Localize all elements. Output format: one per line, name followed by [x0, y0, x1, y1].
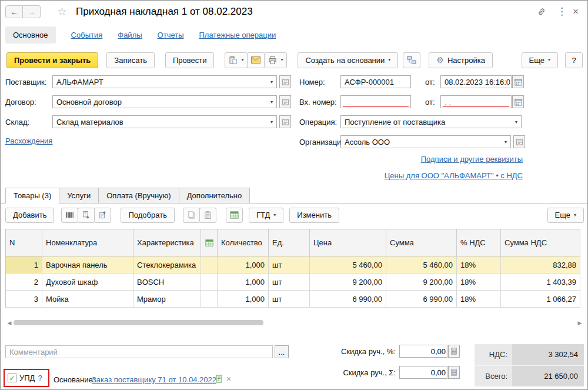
- cell-characteristic[interactable]: Мрамор: [133, 291, 201, 308]
- back-button[interactable]: ←: [5, 5, 23, 18]
- basis-doc-icon[interactable]: [215, 375, 223, 383]
- date-calendar-button[interactable]: [512, 75, 524, 88]
- dropdown-icon[interactable]: ▾: [513, 119, 520, 125]
- barcode-scanner-button[interactable]: [61, 208, 78, 223]
- tab-services[interactable]: Услуги: [59, 188, 99, 204]
- cell-nomenclature[interactable]: Варочная панель: [42, 256, 133, 274]
- cell-content[interactable]: [201, 256, 218, 274]
- discount-percent-calculator-button[interactable]: [448, 345, 460, 358]
- supplier-field[interactable]: АЛЬФАМАРТ ▾: [52, 75, 277, 88]
- cell-vat-percent[interactable]: 18%: [457, 256, 501, 274]
- clear-basis-icon[interactable]: ×: [226, 375, 231, 383]
- cell-nomenclature[interactable]: Духовой шкаф: [42, 274, 133, 291]
- discrepancies-link[interactable]: Расхождения: [5, 136, 52, 145]
- cell-unit[interactable]: шт: [269, 274, 310, 291]
- tab-payment[interactable]: Оплата (Вручную): [98, 188, 179, 204]
- create-on-base-button[interactable]: Создать на основании ▾: [298, 52, 398, 68]
- col-header-content-icon[interactable]: [201, 229, 218, 256]
- organization-field[interactable]: Ассоль ООО ▾: [340, 135, 511, 148]
- cell-quantity[interactable]: 1,000: [218, 256, 269, 274]
- discount-sum-input[interactable]: [403, 366, 446, 378]
- table-row[interactable]: 2 Духовой шкаф BOSCH 1,000 шт 9 200,00 9…: [6, 274, 580, 291]
- favorite-star-icon[interactable]: ☆: [57, 5, 67, 18]
- discount-percent-field[interactable]: [399, 345, 447, 358]
- write-button[interactable]: Записать: [106, 52, 155, 68]
- cell-quantity[interactable]: 1,000: [218, 274, 269, 291]
- cell-sum[interactable]: 9 200,00: [386, 274, 457, 291]
- warehouse-field[interactable]: Склад материалов ▾: [52, 115, 277, 128]
- cell-n[interactable]: 1: [6, 256, 42, 274]
- table-settings-button[interactable]: [226, 208, 243, 223]
- tab-additional[interactable]: Дополнительно: [179, 188, 250, 204]
- cell-vat-sum[interactable]: 1 066,27: [501, 291, 580, 308]
- cell-characteristic[interactable]: BOSCH: [133, 274, 201, 291]
- col-header-nomenclature[interactable]: Номенклатура: [42, 229, 133, 256]
- warehouse-open-button[interactable]: [279, 115, 291, 128]
- cell-n[interactable]: 3: [6, 291, 42, 308]
- col-header-vat-percent[interactable]: % НДС: [457, 229, 501, 256]
- cell-quantity[interactable]: 1,000: [218, 291, 269, 308]
- scrollbar-thumb[interactable]: [14, 320, 263, 325]
- nav-tab-payments[interactable]: Платежные операции: [199, 31, 276, 39]
- comment-input[interactable]: [5, 345, 273, 358]
- cell-vat-sum[interactable]: 832,88: [501, 256, 580, 274]
- cell-vat-percent[interactable]: 18%: [457, 291, 501, 308]
- cell-characteristic[interactable]: Стеклокерамика: [133, 256, 201, 274]
- post-button[interactable]: Провести: [165, 52, 215, 68]
- get-link-icon[interactable]: [537, 7, 546, 16]
- incoming-number-field[interactable]: [340, 95, 411, 108]
- horizontal-scrollbar[interactable]: ◀ ▶: [5, 318, 584, 327]
- load-from-document-button[interactable]: [78, 208, 95, 223]
- items-more-button[interactable]: Еще ▾: [547, 208, 584, 223]
- cell-unit[interactable]: шт: [269, 291, 310, 308]
- discount-percent-input[interactable]: [403, 345, 446, 357]
- cell-n[interactable]: 2: [6, 274, 42, 291]
- discount-sum-calculator-button[interactable]: [448, 366, 460, 379]
- copy-rows-button[interactable]: [183, 208, 200, 223]
- nav-tab-reports[interactable]: Отчеты: [158, 31, 184, 39]
- unload-to-document-button[interactable]: [94, 208, 111, 223]
- close-icon[interactable]: ×: [573, 6, 579, 16]
- nav-tab-files[interactable]: Файлы: [118, 31, 142, 39]
- date-field[interactable]: 08.02.2023 16:16:0: [440, 75, 512, 88]
- comment-expand-button[interactable]: ...: [275, 345, 289, 358]
- organization-open-button[interactable]: [513, 135, 525, 148]
- contract-open-button[interactable]: [279, 95, 291, 108]
- post-and-close-button[interactable]: Провести и закрыть: [6, 52, 98, 68]
- more-button[interactable]: Еще ▾: [522, 52, 558, 68]
- dropdown-icon[interactable]: ▾: [268, 99, 275, 105]
- basis-link[interactable]: Заказ поставщику 71 от 10.04.2022: [92, 375, 216, 384]
- cell-vat-sum[interactable]: 1 403,39: [501, 274, 580, 291]
- col-header-unit[interactable]: Ед.: [269, 229, 310, 256]
- upd-checkbox[interactable]: ✓: [8, 374, 16, 382]
- col-header-sum[interactable]: Сумма: [386, 229, 457, 256]
- dropdown-icon[interactable]: ▾: [502, 139, 509, 145]
- col-header-n[interactable]: N: [6, 229, 42, 256]
- contract-field[interactable]: Основной договор ▾: [52, 95, 277, 108]
- scroll-right-icon[interactable]: ▶: [576, 320, 584, 326]
- incoming-date-field[interactable]: . .: [440, 95, 512, 108]
- paste-document-button[interactable]: ▾: [225, 52, 248, 68]
- cell-vat-percent[interactable]: 18%: [457, 274, 501, 291]
- settings-button[interactable]: ⚙ Настройка: [429, 52, 493, 68]
- edit-row-button[interactable]: Изменить: [289, 208, 339, 223]
- table-row[interactable]: 1 Варочная панель Стеклокерамика 1,000 ш…: [6, 256, 580, 274]
- cell-content[interactable]: [201, 291, 218, 308]
- prices-link[interactable]: Цены для ООО "АЛЬФАМАРТ" • с НДС: [385, 171, 523, 180]
- send-email-button[interactable]: [247, 52, 265, 68]
- table-row[interactable]: 3 Мойка Мрамор 1,000 шт 6 990,00 6 990,0…: [6, 291, 580, 308]
- cell-nomenclature[interactable]: Мойка: [42, 291, 133, 308]
- cell-unit[interactable]: шт: [269, 256, 310, 274]
- nav-tab-main[interactable]: Основное: [5, 26, 56, 44]
- supplier-open-button[interactable]: [279, 75, 291, 88]
- cell-price[interactable]: 5 460,00: [310, 256, 386, 274]
- scroll-left-icon[interactable]: ◀: [5, 320, 14, 326]
- col-header-characteristic[interactable]: Характеристика: [133, 229, 201, 256]
- gtd-button[interactable]: ГТД ▾: [249, 208, 283, 223]
- kebab-menu-icon[interactable]: ⋮: [557, 6, 567, 16]
- cell-sum[interactable]: 5 460,00: [386, 256, 457, 274]
- incoming-date-calendar-button[interactable]: [512, 95, 524, 108]
- upd-help-link[interactable]: ?: [38, 374, 42, 382]
- dropdown-icon[interactable]: ▾: [268, 79, 275, 85]
- paste-rows-button[interactable]: [199, 208, 216, 223]
